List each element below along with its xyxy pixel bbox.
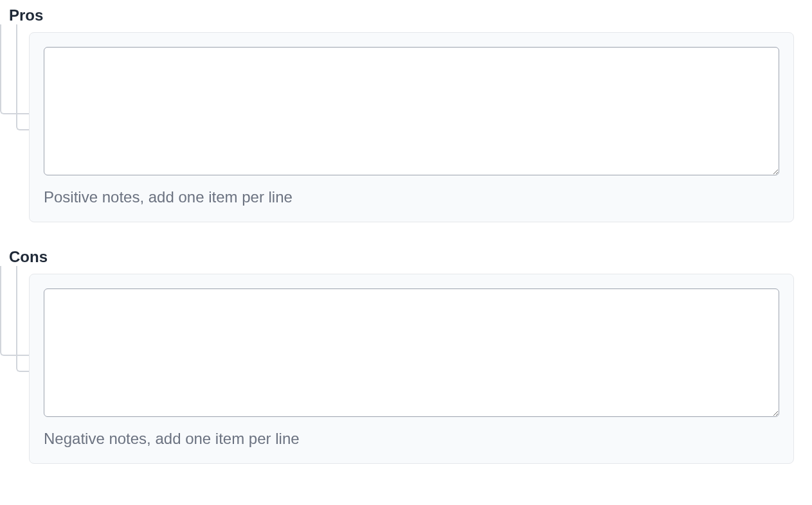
tree-connector-outer (0, 24, 29, 114)
pros-field-wrapper: Positive notes, add one item per line (29, 32, 794, 222)
cons-field-wrapper: Negative notes, add one item per line (29, 274, 794, 464)
pros-textarea[interactable] (44, 47, 779, 175)
cons-label: Cons (0, 248, 812, 266)
cons-section: Cons Negative notes, add one item per li… (0, 248, 812, 464)
tree-connector-outer (0, 266, 29, 356)
pros-label: Pros (0, 6, 812, 24)
pros-field-box: Positive notes, add one item per line (29, 32, 794, 222)
cons-help-text: Negative notes, add one item per line (44, 430, 779, 448)
cons-field-box: Negative notes, add one item per line (29, 274, 794, 464)
pros-section: Pros Positive notes, add one item per li… (0, 6, 812, 222)
cons-textarea[interactable] (44, 288, 779, 417)
pros-help-text: Positive notes, add one item per line (44, 188, 779, 206)
